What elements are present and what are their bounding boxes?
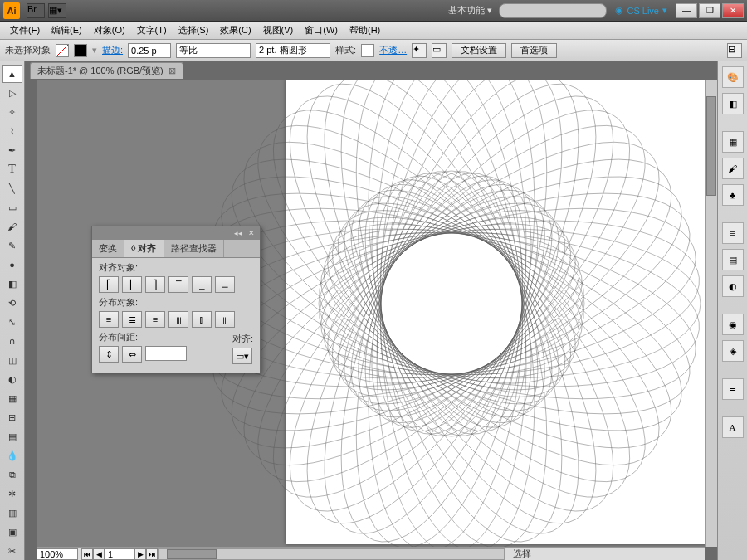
h-scroll-thumb[interactable]: [167, 549, 217, 559]
shape-builder-tool[interactable]: ◐: [2, 370, 22, 388]
paintbrush-tool[interactable]: 🖌: [2, 217, 22, 236]
maximize-button[interactable]: ❐: [699, 3, 720, 18]
tab-align[interactable]: ◊ 对齐: [124, 240, 164, 257]
artboard-tool[interactable]: ▣: [2, 523, 22, 541]
graph-tool[interactable]: ▥: [2, 504, 22, 522]
close-button[interactable]: ✕: [722, 3, 744, 18]
swatches-panel-icon[interactable]: ▦: [722, 131, 744, 153]
prev-page-button[interactable]: ◀: [93, 548, 105, 560]
dist-right-button[interactable]: ⫼: [215, 311, 235, 328]
h-scroll-track[interactable]: [158, 548, 505, 560]
v-scroll-thumb[interactable]: [706, 96, 716, 196]
panel-collapse-icon[interactable]: ◂◂: [233, 228, 243, 238]
dist-hcenter-button[interactable]: ⫿: [192, 311, 212, 328]
bridge-button[interactable]: Br: [27, 3, 45, 18]
type-tool[interactable]: T: [2, 160, 22, 178]
align-bottom-button[interactable]: ⎽: [215, 276, 235, 293]
mesh-tool[interactable]: ⊞: [2, 408, 22, 426]
width-tool[interactable]: ⋔: [2, 332, 22, 350]
line-tool[interactable]: ╲: [2, 179, 22, 197]
next-page-button[interactable]: ▶: [134, 548, 146, 560]
color-panel-icon[interactable]: 🎨: [722, 66, 744, 88]
menu-object[interactable]: 对象(O): [89, 22, 130, 38]
appearance-panel-icon[interactable]: ◉: [722, 314, 744, 335]
artboard[interactable]: [286, 80, 717, 544]
align-hcenter-button[interactable]: ⎢: [122, 276, 142, 293]
color-guide-panel-icon[interactable]: ◧: [722, 93, 744, 114]
search-input[interactable]: [499, 3, 607, 18]
align-left-button[interactable]: ⎡: [99, 276, 119, 293]
menu-help[interactable]: 帮助(H): [344, 22, 385, 38]
stroke-swatch[interactable]: [74, 44, 87, 57]
dist-space-h-button[interactable]: ⇔: [122, 346, 142, 363]
arrange-dropdown[interactable]: ▦▾: [48, 3, 66, 18]
dist-left-button[interactable]: ⫼: [168, 311, 188, 328]
layers-panel-icon[interactable]: ≣: [722, 378, 744, 400]
cslive-button[interactable]: ◉CS Live ▾: [615, 5, 667, 16]
dist-space-v-button[interactable]: ⇕: [99, 346, 119, 363]
panel-header[interactable]: ◂◂ ✕: [92, 226, 260, 240]
gradient-tool[interactable]: ▤: [2, 427, 22, 446]
blob-brush-tool[interactable]: ●: [2, 256, 22, 274]
dist-bottom-button[interactable]: ≡: [145, 311, 165, 328]
panel-close-icon[interactable]: ✕: [247, 228, 256, 238]
menu-view[interactable]: 视图(V): [258, 22, 299, 38]
vertical-scrollbar[interactable]: [706, 80, 717, 547]
symbol-sprayer-tool[interactable]: ✲: [2, 485, 22, 503]
tab-close-icon[interactable]: ⊠: [168, 66, 176, 76]
selection-tool[interactable]: ▲: [2, 65, 22, 83]
align-to-button[interactable]: ▭▾: [232, 348, 252, 364]
minimize-button[interactable]: —: [676, 3, 697, 18]
panel-toggle-icon[interactable]: ⊟: [727, 43, 742, 58]
page-input[interactable]: [105, 548, 134, 560]
eyedropper-tool[interactable]: 💧: [2, 446, 22, 465]
transparency-panel-icon[interactable]: ◐: [722, 275, 744, 297]
brushes-panel-icon[interactable]: 🖌: [722, 158, 744, 179]
document-tab[interactable]: 未标题-1* @ 100% (RGB/预览) ⊠: [30, 62, 183, 79]
rectangle-tool[interactable]: ▭: [2, 198, 22, 217]
menu-edit[interactable]: 编辑(E): [46, 22, 87, 38]
recolor-icon[interactable]: ✦: [412, 43, 427, 58]
stroke-panel-icon[interactable]: ≡: [722, 222, 744, 244]
style-swatch[interactable]: [361, 44, 374, 57]
profile-select[interactable]: [176, 43, 251, 58]
zoom-input[interactable]: [37, 548, 78, 560]
direct-select-tool[interactable]: ▷: [2, 84, 22, 102]
menu-select[interactable]: 选择(S): [173, 22, 214, 38]
menu-window[interactable]: 窗口(W): [300, 22, 343, 38]
align-vcenter-button[interactable]: ⎯: [192, 276, 212, 293]
doc-setup-button[interactable]: 文档设置: [452, 43, 506, 58]
prefs-button[interactable]: 首选项: [511, 43, 557, 58]
lasso-tool[interactable]: ⌇: [2, 122, 22, 140]
magic-wand-tool[interactable]: ✧: [2, 103, 22, 121]
symbols-panel-icon[interactable]: ♣: [722, 184, 744, 206]
perspective-tool[interactable]: ▦: [2, 389, 22, 407]
menu-file[interactable]: 文件(F): [5, 22, 45, 38]
character-panel-icon[interactable]: A: [722, 416, 744, 438]
dist-top-button[interactable]: ≡: [99, 311, 119, 328]
tab-pathfinder[interactable]: 路径查找器: [164, 240, 224, 257]
menu-type[interactable]: 文字(T): [132, 22, 172, 38]
stroke-link[interactable]: 描边:: [102, 44, 123, 56]
opacity-link[interactable]: 不透…: [379, 44, 407, 56]
menu-effect[interactable]: 效果(C): [215, 22, 256, 38]
pencil-tool[interactable]: ✎: [2, 236, 22, 255]
align-right-button[interactable]: ⎤: [145, 276, 165, 293]
align-panel[interactable]: ◂◂ ✕ 变换 ◊ 对齐 路径查找器 对齐对象: ⎡ ⎢ ⎤ ⎺ ⎯ ⎽ 分布对…: [91, 226, 261, 373]
align-top-button[interactable]: ⎺: [168, 276, 188, 293]
tab-transform[interactable]: 变换: [92, 240, 124, 257]
first-page-button[interactable]: ⏮: [81, 548, 93, 560]
blend-tool[interactable]: ⧉: [2, 465, 22, 484]
last-page-button[interactable]: ⏭: [146, 548, 158, 560]
brush-select[interactable]: [256, 43, 330, 58]
spacing-input[interactable]: [145, 346, 187, 361]
gradient-panel-icon[interactable]: ▤: [722, 249, 744, 270]
scale-tool[interactable]: ⤡: [2, 313, 22, 331]
stroke-weight-input[interactable]: [128, 43, 171, 58]
free-transform-tool[interactable]: ◫: [2, 351, 22, 369]
rotate-tool[interactable]: ⟲: [2, 294, 22, 312]
graphic-styles-panel-icon[interactable]: ◈: [722, 340, 744, 362]
eraser-tool[interactable]: ◧: [2, 275, 22, 293]
workspace-switcher[interactable]: 基本功能 ▾: [448, 4, 492, 17]
dist-vcenter-button[interactable]: ≣: [122, 311, 142, 328]
